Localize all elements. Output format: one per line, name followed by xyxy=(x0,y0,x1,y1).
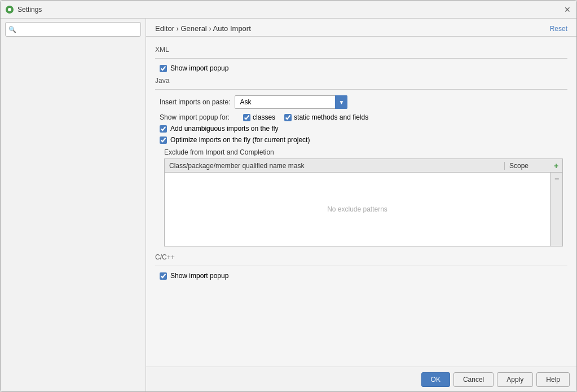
cpp-show-import-label: Show import popup xyxy=(170,272,228,280)
static-methods-check-item: static methods and fields xyxy=(284,113,368,121)
add-unambiguous-row: Add unambiguous imports on the fly xyxy=(155,125,567,133)
insert-imports-select[interactable]: Ask Always Never xyxy=(235,95,347,109)
exclude-label: Exclude from Import and Completion xyxy=(160,148,567,156)
svg-point-1 xyxy=(8,8,11,11)
no-patterns-label: No exclude patterns xyxy=(327,205,387,213)
xml-show-import-checkbox[interactable] xyxy=(160,65,167,72)
cpp-show-import-row: Show import popup xyxy=(155,272,567,280)
window-title: Settings xyxy=(17,6,563,14)
add-unambiguous-label: Add unambiguous imports on the fly xyxy=(170,125,278,133)
xml-section-header: XML xyxy=(155,46,567,54)
xml-show-import-row: Show import popup xyxy=(155,64,567,72)
side-action-buttons: − xyxy=(550,173,562,246)
exclude-section: Exclude from Import and Completion Class… xyxy=(155,148,567,246)
add-exclude-button[interactable]: + xyxy=(551,161,561,171)
exclude-table-header: Class/package/member qualified name mask… xyxy=(165,159,562,173)
show-import-for-row: Show import popup for: classes static me… xyxy=(155,113,567,121)
insert-imports-row: Insert imports on paste: Ask Always Neve… xyxy=(155,95,567,109)
search-input[interactable] xyxy=(5,22,141,37)
search-icon: 🔍 xyxy=(8,26,16,33)
app-icon xyxy=(5,5,14,14)
col-scope-header: Scope xyxy=(505,162,550,170)
cpp-section: C/C++ Show import popup xyxy=(155,253,567,280)
insert-imports-label: Insert imports on paste: xyxy=(160,98,230,106)
xml-show-import-label: Show import popup xyxy=(170,64,228,72)
optimize-imports-label: Optimize imports on the fly (for current… xyxy=(170,136,310,144)
show-import-for-label: Show import popup for: xyxy=(160,113,230,121)
reset-button[interactable]: Reset xyxy=(550,25,567,33)
cpp-show-import-checkbox[interactable] xyxy=(160,272,167,280)
add-unambiguous-checkbox[interactable] xyxy=(160,125,167,133)
main-panel: Editor › General › Auto Import Reset XML… xyxy=(146,19,576,391)
insert-imports-select-wrapper: Ask Always Never ▼ xyxy=(235,95,347,109)
table-action-buttons: + xyxy=(550,160,562,172)
bottom-bar: OK Cancel Apply Help xyxy=(146,367,576,391)
static-methods-checkbox[interactable] xyxy=(284,114,292,121)
xml-section: XML Show import popup xyxy=(155,46,567,72)
java-divider xyxy=(155,89,567,90)
col-name-header: Class/package/member qualified name mask xyxy=(165,162,505,170)
java-section: Java Insert imports on paste: Ask Always… xyxy=(155,77,567,246)
optimize-imports-row: Optimize imports on the fly (for current… xyxy=(155,136,567,144)
classes-check-item: classes xyxy=(243,113,275,121)
help-button[interactable]: Help xyxy=(536,372,570,387)
breadcrumb: Editor › General › Auto Import xyxy=(155,24,550,33)
java-section-header: Java xyxy=(155,77,567,85)
cpp-section-header: C/C++ xyxy=(155,253,567,261)
sidebar: 🔍 xyxy=(1,19,146,391)
classes-checkbox[interactable] xyxy=(243,114,250,121)
title-bar: Settings ✕ xyxy=(1,1,576,19)
settings-window: Settings ✕ 🔍 Editor › General › Auto Imp… xyxy=(0,0,577,392)
close-button[interactable]: ✕ xyxy=(563,5,572,14)
exclude-table: Class/package/member qualified name mask… xyxy=(164,158,563,246)
content-area: 🔍 Editor › General › Auto Import Reset X… xyxy=(1,19,576,391)
apply-button[interactable]: Apply xyxy=(497,372,533,387)
remove-exclude-button[interactable]: − xyxy=(552,174,562,184)
optimize-imports-checkbox[interactable] xyxy=(160,136,167,144)
exclude-table-container: No exclude patterns − xyxy=(165,173,562,246)
main-content: XML Show import popup Java Insert import… xyxy=(146,37,576,367)
ok-button[interactable]: OK xyxy=(421,372,450,387)
cancel-button[interactable]: Cancel xyxy=(453,372,494,387)
classes-label: classes xyxy=(253,113,275,121)
cpp-divider xyxy=(155,266,567,266)
exclude-table-body: No exclude patterns xyxy=(165,173,550,246)
main-header: Editor › General › Auto Import Reset xyxy=(146,19,576,37)
static-methods-label: static methods and fields xyxy=(294,113,368,121)
xml-divider xyxy=(155,58,567,59)
search-box[interactable]: 🔍 xyxy=(5,22,141,37)
